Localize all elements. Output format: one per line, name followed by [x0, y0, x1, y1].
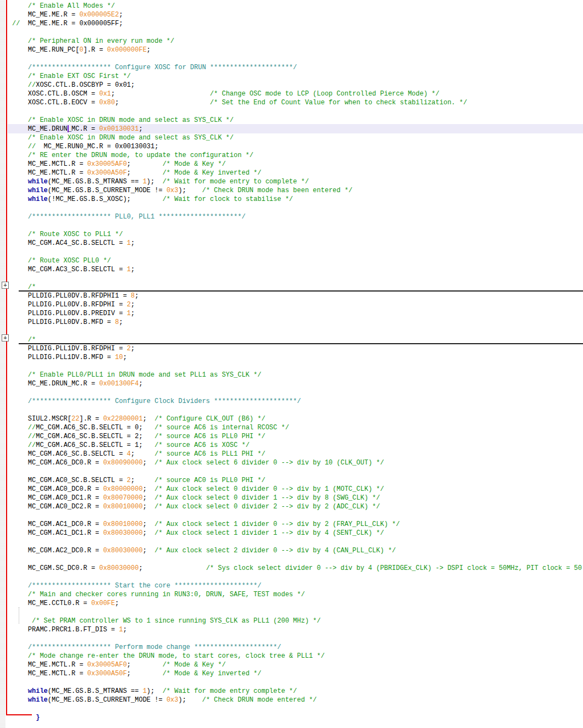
code-line[interactable]: [12, 107, 583, 116]
code-line[interactable]: /******************** PLL0, PLL1 *******…: [12, 212, 583, 221]
code-line[interactable]: [12, 555, 583, 564]
code-line[interactable]: /* Enable XOSC in DRUN mode and select a…: [12, 133, 583, 142]
code-line[interactable]: /* Main and checker cores running in RUN…: [12, 590, 583, 599]
code-token: ;: [138, 125, 142, 133]
code-line[interactable]: [12, 573, 583, 581]
code-token: );: [178, 187, 186, 194]
code-line[interactable]: MC_CGM.AC4_SC.B.SELCTL = 1;: [12, 239, 583, 248]
code-line[interactable]: MC_CGM.AC1_DC1.R = 0x80030000; /* Aux cl…: [12, 529, 583, 537]
code-line[interactable]: MC_ME.MCTL.R = 0x3000A50F; /* Mode & Key…: [12, 169, 583, 177]
code-line[interactable]: /******************** Configure XOSC for…: [12, 63, 583, 72]
code-line[interactable]: MC_CGM.SC_DC0.R = 0x80030000; /* Sys clo…: [12, 564, 583, 573]
code-token: MC_CGM.AC6_SC.B.SELCTL = 1;: [36, 441, 142, 449]
number-token: 1: [119, 626, 123, 634]
code-line[interactable]: //XOSC.CTL.B.OSCBYP = 0x01;: [12, 81, 583, 89]
code-token: ;: [127, 169, 131, 177]
code-line[interactable]: PLLDIG.PLL0DV.B.MFD = 8;: [12, 318, 583, 327]
comment-token: //: [12, 20, 20, 27]
code-line[interactable]: MC_ME.MCTL.R = 0x30005AF0; /* Mode & Key…: [12, 160, 583, 169]
fold-expand-icon[interactable]: +: [2, 282, 9, 289]
code-line[interactable]: PRAMC.PRCR1.B.FT_DIS = 1;: [12, 625, 583, 634]
code-line[interactable]: MC_CGM.AC6_SC.B.SELCTL = 4; /* source AC…: [12, 450, 583, 458]
code-line[interactable]: [12, 634, 583, 643]
code-line[interactable]: while(MC_ME.GS.B.S_MTRANS == 1); /* Wait…: [12, 177, 583, 186]
code-line[interactable]: [12, 467, 583, 476]
code-line[interactable]: PLLDIG.PLL1DV.B.MFD = 10;: [12, 353, 583, 362]
code-line[interactable]: PLLDIG.PLL0DV.B.PREDIV = 1;: [12, 309, 583, 318]
code-line[interactable]: /* Enable PLL0/PLL1 in DRUN mode and set…: [12, 371, 583, 379]
doc-comment-token: /******************** Start the core ***…: [12, 582, 262, 590]
code-line[interactable]: [12, 388, 583, 397]
code-line[interactable]: //MC_CGM.AC6_SC.B.SELCTL = 0; /* source …: [12, 423, 583, 432]
code-line[interactable]: while(MC_ME.GS.B.S_MTRANS == 1); /* Wait…: [12, 687, 583, 696]
code-line[interactable]: /* Enable All Modes */: [12, 2, 583, 10]
number-token: 22: [71, 415, 79, 423]
code-line[interactable]: /******************** Start the core ***…: [12, 581, 583, 590]
code-line[interactable]: /* Enable EXT OSC First */: [12, 72, 583, 81]
number-token: 0x1: [99, 90, 111, 98]
code-line[interactable]: [12, 204, 583, 212]
code-line[interactable]: PLLDIG.PLL0DV.B.RFDPHI1 = 8;: [12, 292, 583, 300]
code-line[interactable]: MC_CGM.AC0_DC2.R = 0x80010000; /* Aux cl…: [12, 502, 583, 511]
code-line[interactable]: [12, 608, 583, 617]
code-line[interactable]: MC_CGM.AC0_SC.B.SELCTL = 2; /* source AC…: [12, 476, 583, 485]
code-line[interactable]: PLLDIG.PLL1DV.B.RFDPHI = 2;: [12, 344, 583, 353]
code-line[interactable]: //MC_CGM.AC6_SC.B.SELCTL = 1; /* source …: [12, 441, 583, 450]
code-line[interactable]: /******************** Configure Clock Di…: [12, 397, 583, 406]
code-line[interactable]: MC_ME.CCTL0.R = 0x00FE;: [12, 599, 583, 608]
code-line[interactable]: /* Route XOSC to PLL1 */: [12, 230, 583, 239]
code-line[interactable]: [12, 406, 583, 415]
code-line[interactable]: [12, 678, 583, 687]
code-line[interactable]: while(MC_ME.GS.B.S_CURRENT_MODE != 0x3);…: [12, 696, 583, 704]
code-area[interactable]: /* Enable All Modes */ MC_ME.ME.R = 0x00…: [12, 2, 583, 722]
code-line[interactable]: /*: [12, 335, 583, 344]
code-line[interactable]: /*: [12, 283, 583, 292]
code-line[interactable]: /* Set PRAM controller WS to 1 since run…: [12, 617, 583, 625]
code-line[interactable]: /* Mode change re-enter the DRUN mode, t…: [12, 652, 583, 660]
code-line[interactable]: [12, 362, 583, 371]
code-line[interactable]: /* Route XOSC PLL0 */: [12, 256, 583, 265]
code-editor[interactable]: ++ /* Enable All Modes */ MC_ME.ME.R = 0…: [0, 0, 583, 728]
code-line[interactable]: /* Peripheral ON in every run mode */: [12, 37, 583, 46]
code-line[interactable]: XOSC.CTL.B.EOCV = 0x80; /* Set the End o…: [12, 98, 583, 107]
code-line[interactable]: [12, 327, 583, 335]
code-line[interactable]: MC_CGM.AC1_DC0.R = 0x80010000; /* Aux cl…: [12, 520, 583, 529]
code-token: PLLDIG.PLL1DV.B.RFDPHI =: [12, 345, 127, 352]
code-token: MC_CGM.AC6_SC.B.SELCTL =: [12, 450, 127, 458]
fold-expand-icon[interactable]: +: [2, 334, 9, 341]
code-line[interactable]: MC_ME.ME.R = 0x000005E2;: [12, 10, 583, 19]
code-line[interactable]: [12, 511, 583, 520]
code-line[interactable]: MC_ME.DRUN_MC.R = 0x00130031;: [12, 125, 583, 133]
code-line[interactable]: [12, 248, 583, 256]
code-line[interactable]: PLLDIG.PLL0DV.B.RFDPHI = 2;: [12, 300, 583, 309]
code-token: ;: [147, 46, 151, 54]
code-line[interactable]: MC_ME.MCTL.R = 0x3000A50F; /* Mode & Key…: [12, 669, 583, 678]
code-line[interactable]: MC_CGM.AC0_DC0.R = 0x80000000; /* Aux cl…: [12, 485, 583, 494]
code-line[interactable]: MC_ME.MCTL.R = 0x30005AF0; /* Mode & Key…: [12, 660, 583, 669]
code-line[interactable]: //MC_CGM.AC6_SC.B.SELCTL = 2; /* source …: [12, 432, 583, 441]
code-line[interactable]: /******************** Perform mode chang…: [12, 643, 583, 652]
code-line[interactable]: [12, 274, 583, 283]
code-line[interactable]: MC_CGM.AC2_DC0.R = 0x80030000; /* Aux cl…: [12, 546, 583, 555]
code-line[interactable]: [12, 537, 583, 546]
code-line[interactable]: /* Enable XOSC in DRUN mode and select a…: [12, 116, 583, 125]
comment-token: /* source AC6 is XOSC */: [143, 441, 249, 449]
code-line[interactable]: while(MC_ME.GS.B.S_CURRENT_MODE != 0x3);…: [12, 186, 583, 195]
code-line[interactable]: [12, 221, 583, 230]
code-line[interactable]: while(!MC_ME.GS.B.S_XOSC); /* Wait for c…: [12, 195, 583, 204]
code-line[interactable]: MC_CGM.AC0_DC1.R = 0x80070000; /* Aux cl…: [12, 494, 583, 502]
code-line[interactable]: [12, 704, 583, 713]
code-line[interactable]: [12, 54, 583, 63]
code-line[interactable]: // MC_ME.RUN0_MC.R = 0x00130031;: [12, 142, 583, 151]
code-line[interactable]: /* RE enter the DRUN mode, to update the…: [12, 151, 583, 160]
code-line[interactable]: }: [12, 713, 583, 722]
code-line[interactable]: MC_CGM.AC6_DC0.R = 0x80090000; /* Aux cl…: [12, 458, 583, 467]
comment-token: /* Aux clock select 0 divider 0 --> div …: [147, 485, 384, 493]
code-line[interactable]: SIUL2.MSCR[22].R = 0x22800001; /* Config…: [12, 415, 583, 423]
code-line[interactable]: MC_CGM.AC3_SC.B.SELCTL = 1;: [12, 265, 583, 274]
code-line[interactable]: [12, 28, 583, 37]
code-line[interactable]: MC_ME.DRUN_MC.R = 0x001300F4;: [12, 379, 583, 388]
code-line[interactable]: XOSC.CTL.B.OSCM = 0x1; /* Change OSC mod…: [12, 89, 583, 98]
code-line[interactable]: // MC_ME.ME.R = 0x000005FF;: [12, 19, 583, 28]
code-line[interactable]: MC_ME.RUN_PC[0].R = 0x000000FE;: [12, 46, 583, 54]
